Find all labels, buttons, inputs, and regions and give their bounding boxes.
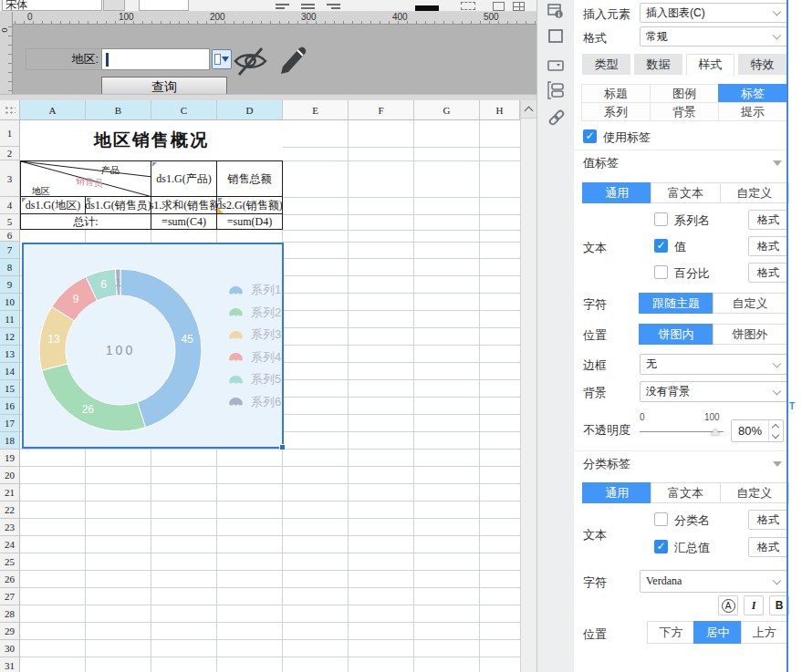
row-header-24[interactable]: 24: [0, 536, 20, 553]
row-header-6[interactable]: 6: [0, 230, 20, 242]
row-header-21[interactable]: 21: [0, 484, 20, 501]
row-header-26[interactable]: 26: [0, 571, 20, 588]
row-header-20[interactable]: 20: [0, 467, 20, 484]
row-header-18[interactable]: 18: [0, 432, 20, 450]
legend-item[interactable]: 系列3: [228, 324, 281, 346]
scroll-up-button[interactable]: [521, 100, 536, 119]
align-center-icon[interactable]: [301, 2, 315, 9]
percent-checkbox[interactable]: [654, 265, 668, 279]
row-header-22[interactable]: 22: [0, 501, 20, 519]
legend-item[interactable]: 系列4: [228, 346, 281, 369]
row-header-13[interactable]: 13: [0, 346, 20, 363]
row-header-2[interactable]: 2: [0, 147, 20, 160]
font-family-select[interactable]: Verdana: [640, 570, 787, 593]
row-header-1[interactable]: 1: [0, 120, 20, 147]
cell-C4[interactable]: ds1.求和(销售额): [151, 197, 217, 214]
toolbar-button[interactable]: [103, 0, 125, 11]
row-header-29[interactable]: 29: [0, 623, 20, 640]
column-header-C[interactable]: C: [151, 100, 217, 120]
table-grid-icon[interactable]: [513, 2, 525, 11]
column-header-A[interactable]: A: [20, 100, 86, 120]
italic-button[interactable]: I: [744, 595, 764, 615]
spinner-buttons[interactable]: [768, 420, 783, 441]
subtab-title[interactable]: 标题: [581, 84, 651, 103]
subtab-series[interactable]: 系列: [581, 102, 651, 121]
subtab-label[interactable]: 标签: [718, 84, 787, 103]
tab-general[interactable]: 通用: [582, 482, 651, 503]
column-header-D[interactable]: D: [217, 100, 283, 120]
sheet-vertical-scrollbar[interactable]: [520, 100, 536, 672]
panel-edge-splitter[interactable]: [786, 0, 788, 672]
cell-D4[interactable]: ds2.G(销售额): [217, 197, 283, 214]
use-label-checkbox[interactable]: ✓: [583, 129, 597, 143]
row-header-4[interactable]: 4: [0, 197, 20, 214]
row-header-7[interactable]: 7: [0, 242, 20, 259]
cell-C3[interactable]: ds1.G(产品): [151, 160, 217, 197]
insert-element-select[interactable]: 插入图表(C): [640, 3, 787, 23]
tab-richtext[interactable]: 富文本: [651, 182, 720, 203]
report-title-cell[interactable]: 地区销售概况: [20, 120, 283, 160]
region-input[interactable]: [101, 48, 210, 70]
format-button[interactable]: 格式: [748, 236, 788, 256]
follow-theme-option[interactable]: 跟随主题: [639, 293, 713, 314]
color-swatch-icon[interactable]: [415, 5, 439, 11]
font-color-button[interactable]: A: [718, 595, 738, 615]
custom-option[interactable]: 自定义: [713, 293, 787, 314]
column-header-E[interactable]: E: [283, 100, 349, 120]
format-button[interactable]: 格式: [748, 263, 788, 283]
align-right-icon[interactable]: [327, 2, 340, 9]
row-header-12[interactable]: 12: [0, 328, 20, 346]
frame-icon[interactable]: [547, 27, 565, 46]
row-header-23[interactable]: 23: [0, 519, 20, 536]
chart-object[interactable]: 452613961100 系列1 系列2 系列3 系列4 系列5 系列6: [22, 243, 284, 449]
subtab-legend[interactable]: 图例: [650, 84, 719, 103]
format-select[interactable]: 常规: [640, 26, 787, 47]
condition-attributes-icon[interactable]: [547, 80, 565, 100]
row-header-19[interactable]: 19: [0, 450, 20, 467]
eye-off-icon[interactable]: [232, 45, 270, 78]
legend-item[interactable]: 系列2: [228, 302, 281, 325]
row-header-3[interactable]: 3: [0, 160, 20, 197]
tab-custom[interactable]: 自定义: [720, 482, 789, 503]
legend-item[interactable]: 系列5: [228, 368, 281, 391]
cell-D3[interactable]: 销售总额: [217, 160, 283, 197]
format-button[interactable]: 格式: [748, 510, 788, 530]
hyperlink-icon[interactable]: [547, 108, 567, 128]
subtab-background[interactable]: 背景: [650, 102, 719, 121]
row-header-25[interactable]: 25: [0, 553, 20, 571]
tab-general[interactable]: 通用: [582, 182, 651, 203]
row-header-28[interactable]: 28: [0, 605, 20, 623]
opacity-slider-thumb[interactable]: [711, 429, 720, 435]
dropdown-widget-button[interactable]: [212, 49, 232, 69]
outside-pie-option[interactable]: 饼图外: [713, 324, 787, 345]
above-option[interactable]: 上方: [741, 621, 788, 644]
cell-C5-formula[interactable]: =sum(C4): [151, 214, 217, 230]
format-button[interactable]: 格式: [748, 537, 788, 557]
opacity-spinner[interactable]: 80%: [731, 419, 784, 442]
diagonal-header-cell[interactable]: 产品 销售员 地区: [20, 160, 151, 197]
cell-A4[interactable]: ds1.G(地区): [20, 197, 86, 214]
row-header-30[interactable]: 30: [0, 640, 20, 657]
cell-B4[interactable]: ds1.G(销售员): [86, 197, 151, 214]
tab-custom[interactable]: 自定义: [720, 182, 789, 203]
font-family-combobox[interactable]: 宋体: [2, 0, 102, 11]
widget-settings-icon[interactable]: [547, 57, 565, 75]
column-header-F[interactable]: F: [349, 100, 414, 120]
format-button[interactable]: 格式: [748, 210, 788, 230]
legend-item[interactable]: 系列6: [228, 391, 281, 414]
below-option[interactable]: 下方: [647, 621, 694, 644]
tab-style[interactable]: 样式: [686, 54, 734, 75]
row-header-11[interactable]: 11: [0, 311, 20, 328]
select-all-corner[interactable]: [0, 100, 20, 120]
row-header-8[interactable]: 8: [0, 259, 20, 276]
value-label-header[interactable]: 值标签: [583, 155, 619, 171]
inside-pie-option[interactable]: 饼图内: [639, 324, 713, 345]
category-name-checkbox[interactable]: [654, 512, 668, 526]
row-header-10[interactable]: 10: [0, 294, 20, 311]
column-header-B[interactable]: B: [86, 100, 151, 120]
column-header-G[interactable]: G: [414, 100, 480, 120]
cell-A5-total[interactable]: 总计:: [20, 214, 151, 230]
series-name-checkbox[interactable]: [654, 212, 668, 226]
tab-data[interactable]: 数据: [634, 54, 682, 75]
collapse-caret-icon[interactable]: [773, 160, 782, 166]
